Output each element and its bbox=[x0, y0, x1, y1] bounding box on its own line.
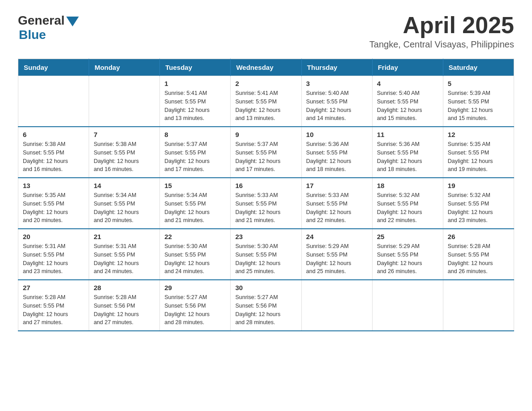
day-info: Sunrise: 5:29 AM Sunset: 5:55 PM Dayligh… bbox=[377, 242, 438, 276]
day-number: 12 bbox=[448, 131, 509, 138]
day-info: Sunrise: 5:28 AM Sunset: 5:56 PM Dayligh… bbox=[94, 293, 155, 327]
day-number: 18 bbox=[377, 182, 438, 189]
calendar-cell: 14Sunrise: 5:34 AM Sunset: 5:55 PM Dayli… bbox=[89, 178, 160, 229]
day-number: 1 bbox=[164, 80, 226, 87]
day-info: Sunrise: 5:32 AM Sunset: 5:55 PM Dayligh… bbox=[448, 191, 509, 225]
day-number: 15 bbox=[164, 182, 226, 189]
day-number: 23 bbox=[235, 233, 296, 240]
calendar-cell: 7Sunrise: 5:38 AM Sunset: 5:55 PM Daylig… bbox=[89, 127, 160, 178]
calendar-week-row: 20Sunrise: 5:31 AM Sunset: 5:55 PM Dayli… bbox=[18, 229, 514, 280]
day-number: 2 bbox=[235, 80, 296, 87]
day-info: Sunrise: 5:41 AM Sunset: 5:55 PM Dayligh… bbox=[235, 89, 296, 123]
calendar-cell: 18Sunrise: 5:32 AM Sunset: 5:55 PM Dayli… bbox=[372, 178, 443, 229]
day-number: 22 bbox=[164, 233, 226, 240]
calendar-cell: 19Sunrise: 5:32 AM Sunset: 5:55 PM Dayli… bbox=[443, 178, 514, 229]
day-number: 26 bbox=[448, 233, 509, 240]
month-title: April 2025 bbox=[369, 13, 514, 37]
header-cell-friday: Friday bbox=[372, 59, 443, 76]
calendar-cell: 1Sunrise: 5:41 AM Sunset: 5:55 PM Daylig… bbox=[160, 76, 231, 127]
day-number: 25 bbox=[377, 233, 438, 240]
logo-general-text: General bbox=[18, 13, 64, 28]
day-number: 28 bbox=[94, 284, 155, 291]
day-info: Sunrise: 5:34 AM Sunset: 5:55 PM Dayligh… bbox=[94, 191, 155, 225]
day-info: Sunrise: 5:39 AM Sunset: 5:55 PM Dayligh… bbox=[448, 89, 509, 123]
calendar-cell: 6Sunrise: 5:38 AM Sunset: 5:55 PM Daylig… bbox=[18, 127, 89, 178]
calendar-cell: 16Sunrise: 5:33 AM Sunset: 5:55 PM Dayli… bbox=[231, 178, 301, 229]
day-number: 19 bbox=[448, 182, 509, 189]
header-cell-monday: Monday bbox=[89, 59, 160, 76]
day-number: 8 bbox=[164, 131, 226, 138]
calendar-cell bbox=[301, 280, 372, 331]
calendar-cell: 28Sunrise: 5:28 AM Sunset: 5:56 PM Dayli… bbox=[89, 280, 160, 331]
day-info: Sunrise: 5:31 AM Sunset: 5:55 PM Dayligh… bbox=[94, 242, 155, 276]
day-number: 29 bbox=[164, 284, 226, 291]
calendar-cell: 22Sunrise: 5:30 AM Sunset: 5:55 PM Dayli… bbox=[160, 229, 231, 280]
calendar-cell: 17Sunrise: 5:33 AM Sunset: 5:55 PM Dayli… bbox=[301, 178, 372, 229]
header-cell-wednesday: Wednesday bbox=[231, 59, 301, 76]
logo-triangle-icon bbox=[66, 17, 79, 26]
day-info: Sunrise: 5:29 AM Sunset: 5:55 PM Dayligh… bbox=[306, 242, 368, 276]
day-info: Sunrise: 5:33 AM Sunset: 5:55 PM Dayligh… bbox=[235, 191, 296, 225]
logo: General Blue bbox=[18, 13, 79, 42]
calendar-cell: 26Sunrise: 5:28 AM Sunset: 5:55 PM Dayli… bbox=[443, 229, 514, 280]
day-info: Sunrise: 5:31 AM Sunset: 5:55 PM Dayligh… bbox=[23, 242, 84, 276]
calendar-cell: 10Sunrise: 5:36 AM Sunset: 5:55 PM Dayli… bbox=[301, 127, 372, 178]
calendar-cell: 30Sunrise: 5:27 AM Sunset: 5:56 PM Dayli… bbox=[231, 280, 301, 331]
calendar-cell bbox=[443, 280, 514, 331]
calendar-week-row: 6Sunrise: 5:38 AM Sunset: 5:55 PM Daylig… bbox=[18, 127, 514, 178]
day-info: Sunrise: 5:32 AM Sunset: 5:55 PM Dayligh… bbox=[377, 191, 438, 225]
day-number: 11 bbox=[377, 131, 438, 138]
calendar-cell: 4Sunrise: 5:40 AM Sunset: 5:55 PM Daylig… bbox=[372, 76, 443, 127]
calendar-cell bbox=[372, 280, 443, 331]
day-number: 27 bbox=[23, 284, 84, 291]
day-info: Sunrise: 5:37 AM Sunset: 5:55 PM Dayligh… bbox=[164, 140, 226, 174]
day-number: 21 bbox=[94, 233, 155, 240]
day-number: 10 bbox=[306, 131, 368, 138]
calendar-cell: 3Sunrise: 5:40 AM Sunset: 5:55 PM Daylig… bbox=[301, 76, 372, 127]
day-info: Sunrise: 5:41 AM Sunset: 5:55 PM Dayligh… bbox=[164, 89, 226, 123]
day-info: Sunrise: 5:30 AM Sunset: 5:55 PM Dayligh… bbox=[164, 242, 226, 276]
calendar-cell: 9Sunrise: 5:37 AM Sunset: 5:55 PM Daylig… bbox=[231, 127, 301, 178]
header-cell-tuesday: Tuesday bbox=[160, 59, 231, 76]
calendar-cell bbox=[89, 76, 160, 127]
calendar-cell: 8Sunrise: 5:37 AM Sunset: 5:55 PM Daylig… bbox=[160, 127, 231, 178]
calendar-cell: 25Sunrise: 5:29 AM Sunset: 5:55 PM Dayli… bbox=[372, 229, 443, 280]
day-info: Sunrise: 5:37 AM Sunset: 5:55 PM Dayligh… bbox=[235, 140, 296, 174]
day-info: Sunrise: 5:27 AM Sunset: 5:56 PM Dayligh… bbox=[164, 293, 226, 327]
calendar-cell: 12Sunrise: 5:35 AM Sunset: 5:55 PM Dayli… bbox=[443, 127, 514, 178]
day-number: 14 bbox=[94, 182, 155, 189]
day-number: 4 bbox=[377, 80, 438, 87]
logo-blue-text: Blue bbox=[19, 28, 46, 42]
title-section: April 2025 Tangke, Central Visayas, Phil… bbox=[369, 13, 514, 50]
calendar-cell: 21Sunrise: 5:31 AM Sunset: 5:55 PM Dayli… bbox=[89, 229, 160, 280]
day-info: Sunrise: 5:33 AM Sunset: 5:55 PM Dayligh… bbox=[306, 191, 368, 225]
day-info: Sunrise: 5:35 AM Sunset: 5:55 PM Dayligh… bbox=[448, 140, 509, 174]
day-number: 24 bbox=[306, 233, 368, 240]
day-info: Sunrise: 5:34 AM Sunset: 5:55 PM Dayligh… bbox=[164, 191, 226, 225]
day-info: Sunrise: 5:27 AM Sunset: 5:56 PM Dayligh… bbox=[235, 293, 296, 327]
header-cell-sunday: Sunday bbox=[18, 59, 89, 76]
day-number: 16 bbox=[235, 182, 296, 189]
header-row: SundayMondayTuesdayWednesdayThursdayFrid… bbox=[18, 59, 514, 76]
day-number: 30 bbox=[235, 284, 296, 291]
day-info: Sunrise: 5:40 AM Sunset: 5:55 PM Dayligh… bbox=[306, 89, 368, 123]
day-info: Sunrise: 5:36 AM Sunset: 5:55 PM Dayligh… bbox=[306, 140, 368, 174]
calendar-cell: 29Sunrise: 5:27 AM Sunset: 5:56 PM Dayli… bbox=[160, 280, 231, 331]
calendar-week-row: 1Sunrise: 5:41 AM Sunset: 5:55 PM Daylig… bbox=[18, 76, 514, 127]
day-number: 9 bbox=[235, 131, 296, 138]
page-header: General Blue April 2025 Tangke, Central … bbox=[18, 13, 514, 50]
calendar-cell: 13Sunrise: 5:35 AM Sunset: 5:55 PM Dayli… bbox=[18, 178, 89, 229]
day-info: Sunrise: 5:28 AM Sunset: 5:55 PM Dayligh… bbox=[448, 242, 509, 276]
day-number: 3 bbox=[306, 80, 368, 87]
calendar-week-row: 13Sunrise: 5:35 AM Sunset: 5:55 PM Dayli… bbox=[18, 178, 514, 229]
calendar-cell: 23Sunrise: 5:30 AM Sunset: 5:55 PM Dayli… bbox=[231, 229, 301, 280]
day-number: 6 bbox=[23, 131, 84, 138]
calendar-cell: 2Sunrise: 5:41 AM Sunset: 5:55 PM Daylig… bbox=[231, 76, 301, 127]
calendar-cell: 20Sunrise: 5:31 AM Sunset: 5:55 PM Dayli… bbox=[18, 229, 89, 280]
day-number: 5 bbox=[448, 80, 509, 87]
day-number: 20 bbox=[23, 233, 84, 240]
day-number: 13 bbox=[23, 182, 84, 189]
day-info: Sunrise: 5:40 AM Sunset: 5:55 PM Dayligh… bbox=[377, 89, 438, 123]
header-cell-saturday: Saturday bbox=[443, 59, 514, 76]
location-title: Tangke, Central Visayas, Philippines bbox=[369, 39, 514, 50]
